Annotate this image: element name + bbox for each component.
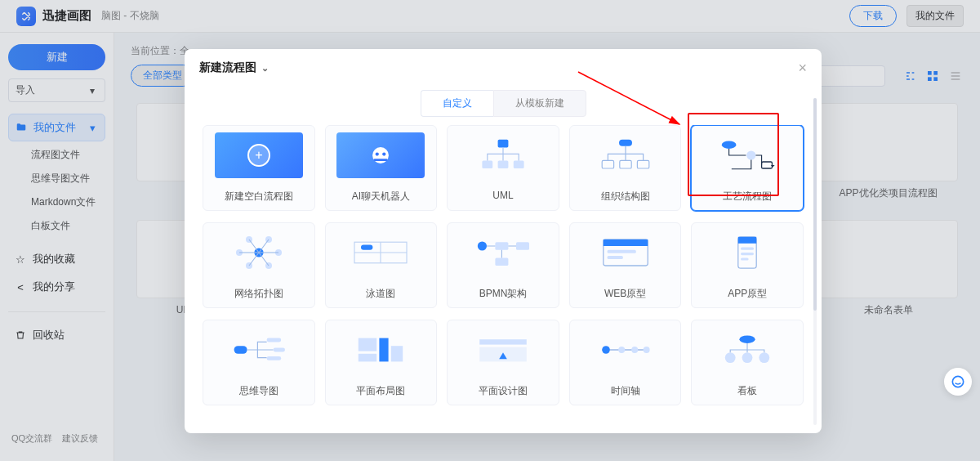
modal-tabs: 自定义 从模板新建 xyxy=(185,90,822,117)
svg-point-68 xyxy=(760,352,770,363)
blank-thumb: + xyxy=(203,126,314,185)
svg-rect-11 xyxy=(514,160,524,168)
svg-rect-41 xyxy=(603,239,647,246)
svg-rect-57 xyxy=(479,339,527,344)
card-blank-flowchart[interactable]: + 新建空白流程图 xyxy=(203,125,315,211)
svg-rect-10 xyxy=(498,160,509,168)
svg-rect-15 xyxy=(637,160,648,168)
card-uml[interactable]: UML xyxy=(447,125,559,211)
svg-line-29 xyxy=(259,239,269,253)
svg-rect-55 xyxy=(359,354,376,362)
card-timeline[interactable]: 时间轴 xyxy=(569,320,682,405)
svg-point-36 xyxy=(478,241,487,250)
card-bpmn[interactable]: BPMN架构 xyxy=(447,222,559,308)
svg-point-17 xyxy=(746,150,755,159)
template-cards: + 新建空白流程图 AI聊天机器人 UML xyxy=(203,125,804,405)
svg-rect-49 xyxy=(234,346,247,354)
uml-thumb xyxy=(448,126,559,185)
svg-rect-14 xyxy=(619,160,630,168)
svg-rect-51 xyxy=(273,348,284,352)
swimlane-thumb xyxy=(326,223,437,282)
card-web-prototype[interactable]: WEB原型 xyxy=(569,222,682,308)
chevron-down-icon[interactable]: ⌄ xyxy=(261,63,269,74)
svg-rect-39 xyxy=(495,257,508,266)
svg-rect-38 xyxy=(516,242,529,250)
svg-rect-18 xyxy=(762,162,773,168)
svg-point-61 xyxy=(602,346,610,354)
svg-rect-54 xyxy=(380,338,389,362)
svg-rect-43 xyxy=(607,256,622,259)
modal-header: 新建流程图 ⌄ × xyxy=(185,49,822,87)
svg-point-67 xyxy=(742,352,753,363)
svg-rect-50 xyxy=(266,338,281,342)
scrollbar[interactable] xyxy=(813,98,817,425)
assistant-float-icon[interactable] xyxy=(944,368,972,396)
kanban-thumb xyxy=(692,320,803,379)
svg-point-70 xyxy=(952,376,963,387)
svg-rect-12 xyxy=(619,140,632,146)
card-process-flow[interactable]: 工艺流程图 xyxy=(691,125,804,211)
svg-rect-8 xyxy=(498,140,509,148)
process-thumb xyxy=(692,126,803,185)
org-thumb xyxy=(570,126,681,185)
card-ai-chatbot[interactable]: AI聊天机器人 xyxy=(325,125,438,211)
svg-line-30 xyxy=(249,253,259,266)
modal-body: + 新建空白流程图 AI聊天机器人 UML xyxy=(185,125,822,433)
svg-rect-48 xyxy=(741,257,749,260)
design-thumb xyxy=(448,320,559,379)
card-mindmap[interactable]: 思维导图 xyxy=(203,320,315,405)
close-icon[interactable]: × xyxy=(798,60,807,75)
svg-rect-37 xyxy=(495,242,508,250)
svg-point-64 xyxy=(643,347,649,353)
svg-rect-13 xyxy=(602,160,613,168)
card-org-chart[interactable]: 组织结构图 xyxy=(569,125,682,211)
svg-rect-46 xyxy=(741,248,754,250)
svg-rect-9 xyxy=(482,160,492,168)
svg-rect-53 xyxy=(359,338,376,351)
svg-rect-45 xyxy=(738,237,756,244)
card-graphic-design[interactable]: 平面设计图 xyxy=(447,320,559,405)
svg-rect-47 xyxy=(741,253,754,255)
mindmap-thumb xyxy=(203,320,314,379)
svg-point-62 xyxy=(618,347,625,353)
svg-rect-7 xyxy=(374,159,388,161)
bpmn-thumb xyxy=(448,223,559,282)
svg-point-63 xyxy=(631,347,638,353)
topo-thumb xyxy=(203,223,314,282)
card-swimlane[interactable]: 泳道图 xyxy=(325,222,438,308)
plus-icon: + xyxy=(247,144,270,167)
tab-custom[interactable]: 自定义 xyxy=(421,90,493,117)
floor-thumb xyxy=(326,320,437,379)
card-floor-plan[interactable]: 平面布局图 xyxy=(325,320,438,405)
svg-line-28 xyxy=(249,239,259,253)
svg-rect-35 xyxy=(361,244,372,249)
card-kanban[interactable]: 看板 xyxy=(691,320,804,405)
svg-point-6 xyxy=(383,152,386,155)
svg-rect-42 xyxy=(607,250,635,253)
ai-thumb xyxy=(326,126,437,185)
app-thumb xyxy=(692,223,803,282)
new-flowchart-modal: 新建流程图 ⌄ × 自定义 从模板新建 + 新建空白流程图 AI聊天机器人 xyxy=(185,49,822,433)
tab-from-template[interactable]: 从模板新建 xyxy=(493,90,586,117)
svg-point-65 xyxy=(740,335,755,343)
card-network-topology[interactable]: 网络拓扑图 xyxy=(203,222,315,308)
svg-point-5 xyxy=(376,152,379,155)
modal-title: 新建流程图 ⌄ xyxy=(199,60,269,75)
svg-rect-56 xyxy=(391,346,403,361)
web-thumb xyxy=(570,223,681,282)
svg-point-16 xyxy=(722,141,737,149)
scroll-thumb[interactable] xyxy=(813,98,817,311)
timeline-thumb xyxy=(570,320,681,379)
svg-line-31 xyxy=(259,253,269,266)
svg-point-66 xyxy=(725,352,736,363)
card-app-prototype[interactable]: APP原型 xyxy=(691,222,804,308)
svg-rect-52 xyxy=(266,356,281,360)
